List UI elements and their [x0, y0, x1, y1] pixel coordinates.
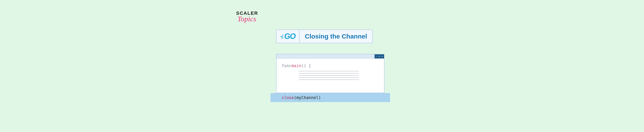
parens-brace: () {	[302, 63, 311, 68]
go-logo-cell: GO	[276, 30, 300, 43]
page-title: Closing the Channel	[300, 30, 372, 43]
maximize-icon: ▢	[379, 55, 380, 58]
function-close: close	[282, 95, 294, 100]
window-titlebar: — ▢ ✕	[276, 54, 384, 59]
argument-mychannel: (myChannel)	[294, 95, 321, 100]
go-logo-text: GO	[284, 32, 296, 41]
brand-logo: SCALER Topics	[236, 11, 408, 23]
window-controls: — ▢ ✕	[374, 54, 384, 59]
go-dashes-icon	[280, 35, 283, 38]
code-body: func main () { close(myChannel)	[276, 59, 384, 93]
logo-line2: Topics	[238, 15, 408, 23]
code-window: — ▢ ✕ func main () { close(myChannel)	[276, 54, 384, 93]
function-main: main	[292, 63, 302, 68]
keyword-func: func	[282, 63, 292, 68]
placeholder-lines	[299, 71, 359, 80]
code-line-func: func main () {	[282, 63, 379, 68]
highlighted-code-line: close(myChannel)	[270, 93, 390, 102]
close-icon: ✕	[381, 55, 383, 58]
go-logo-icon: GO	[280, 32, 296, 41]
title-bar: GO Closing the Channel	[276, 30, 373, 43]
minimize-icon: —	[376, 55, 378, 58]
